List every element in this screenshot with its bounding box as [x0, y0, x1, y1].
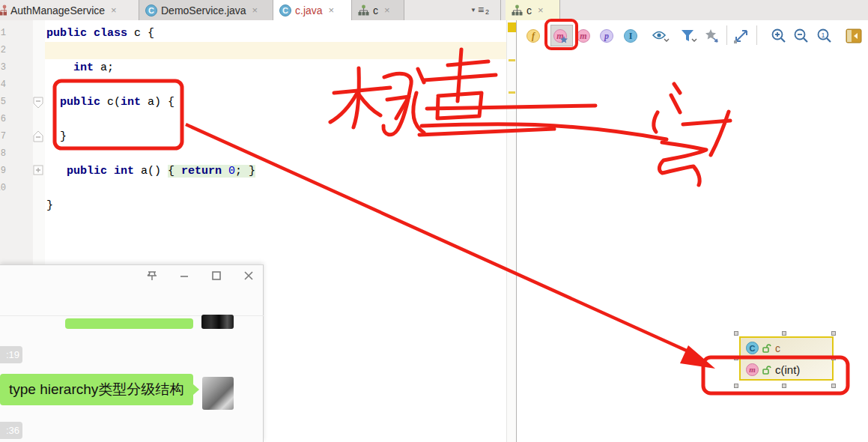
code-segment	[46, 165, 67, 178]
diagram-node-class-c[interactable]: C c m c(int)	[739, 336, 834, 381]
maximize-icon[interactable]	[209, 268, 224, 283]
code-segment: c(	[107, 96, 121, 109]
selection-handle[interactable]	[734, 384, 738, 388]
methods-icon[interactable]: m	[574, 27, 592, 45]
code-line[interactable]: public class c {	[46, 25, 154, 42]
avatar[interactable]	[201, 315, 234, 329]
close-icon[interactable]: ×	[384, 4, 390, 16]
tab-label: c.java	[295, 4, 323, 16]
actual-size-icon[interactable]: 1	[816, 27, 834, 45]
node-class-name: c	[775, 342, 780, 354]
node-class-row[interactable]: C c	[741, 338, 832, 359]
code-segment: c {	[134, 27, 154, 40]
tab-label: c	[526, 4, 532, 16]
line-number: 6	[0, 111, 6, 128]
layout-icon[interactable]	[702, 27, 720, 45]
code-segment: int	[121, 96, 141, 109]
code-segment: a) {	[141, 96, 174, 109]
hierarchy-diagram-panel[interactable]: f m m p I	[517, 20, 868, 442]
zoom-in-icon[interactable]	[770, 27, 788, 45]
public-unlock-icon	[762, 365, 771, 375]
tab-right-c[interactable]: c ×	[506, 0, 560, 20]
code-segment: public class	[46, 27, 134, 40]
hidden-tabs-dropdown[interactable]: ▼ ≡ 2	[470, 4, 489, 16]
node-member-name: c(int)	[775, 363, 800, 376]
code-line[interactable]: }	[46, 128, 67, 145]
class-icon: C	[279, 4, 291, 16]
pin-icon[interactable]	[145, 268, 160, 283]
scope-filter-icon[interactable]	[680, 27, 698, 45]
close-icon[interactable]: ×	[252, 4, 258, 16]
fold-collapse-end-icon[interactable]	[32, 130, 44, 142]
class-icon: C	[746, 342, 759, 354]
bubble-pointer	[193, 384, 199, 395]
code-line[interactable]: public c(int a) {	[46, 94, 174, 111]
visibility-icon[interactable]	[652, 27, 670, 45]
node-member-row[interactable]: m c(int)	[741, 359, 832, 380]
fold-collapse-icon[interactable]	[32, 97, 44, 109]
fold-expand-icon[interactable]	[32, 164, 44, 176]
hierarchy-icon	[512, 4, 523, 16]
selection-handle[interactable]	[831, 384, 836, 388]
code-line[interactable]: }	[46, 197, 53, 214]
constructors-icon[interactable]: m	[551, 27, 569, 45]
selection-handle[interactable]	[782, 384, 786, 388]
fields-icon[interactable]: f	[524, 27, 542, 45]
minimize-icon[interactable]	[177, 268, 192, 283]
line-number: 9	[0, 163, 6, 180]
close-icon[interactable]: ×	[538, 4, 544, 16]
chevron-down-icon: ▼	[470, 7, 476, 13]
tab-c-java[interactable]: C c.java ×	[273, 0, 352, 20]
star-overlay-icon	[560, 36, 568, 43]
line-number: 10	[0, 180, 6, 197]
hierarchy-icon	[0, 4, 7, 16]
ide-screen: AuthManageService × C DemoService.java ×…	[0, 0, 868, 442]
warning-marker[interactable]	[509, 91, 515, 94]
code-line[interactable]: public int a() { return 0; }	[46, 163, 255, 180]
chat-window[interactable]: :19 type hierarchy类型分级结构 :36	[0, 264, 264, 442]
close-icon[interactable]: ×	[111, 4, 117, 16]
chat-message-text: type hierarchy类型分级结构	[9, 380, 183, 399]
toolbar-separator	[756, 25, 757, 45]
selection-handle[interactable]	[734, 331, 738, 336]
properties-icon[interactable]: p	[598, 27, 616, 45]
tab-authmanageservice[interactable]: AuthManageService ×	[0, 0, 139, 20]
selection-handle[interactable]	[734, 356, 738, 360]
code-segment	[46, 96, 60, 109]
timestamp-badge: :19	[0, 346, 22, 363]
line-number: 7	[0, 128, 6, 145]
chat-message-bubble: type hierarchy类型分级结构	[0, 374, 193, 405]
code-segment: a;	[94, 61, 114, 74]
inner-classes-icon[interactable]: I	[622, 27, 640, 45]
line-number: 5	[0, 94, 6, 111]
tab-label: DemoService.java	[161, 4, 246, 16]
close-icon[interactable]	[241, 268, 256, 283]
zoom-out-icon[interactable]	[792, 27, 810, 45]
close-icon[interactable]: ×	[329, 4, 335, 16]
selection-handle[interactable]	[831, 356, 836, 360]
class-icon: C	[145, 4, 157, 16]
code-segment: return	[181, 165, 228, 178]
selection-handle[interactable]	[782, 331, 786, 336]
fit-content-icon[interactable]	[732, 27, 750, 45]
avatar[interactable]	[202, 377, 234, 410]
tab-c-hierarchy[interactable]: c ×	[352, 0, 404, 20]
method-icon: m	[746, 363, 759, 376]
code-segment	[46, 61, 73, 74]
code-line[interactable]: int a;	[46, 59, 114, 76]
minimap-icon[interactable]	[845, 27, 863, 45]
change-marker[interactable]	[508, 22, 516, 32]
tab-demoservice[interactable]: C DemoService.java ×	[139, 0, 273, 20]
line-number: 4	[0, 76, 6, 94]
code-segment: public int	[67, 165, 141, 178]
toolbar-separator	[726, 25, 727, 45]
selection-handle[interactable]	[831, 331, 836, 336]
caret-line-highlight	[0, 42, 516, 59]
warning-marker[interactable]	[509, 59, 515, 61]
public-unlock-icon	[762, 343, 771, 353]
code-segment: }	[46, 199, 53, 212]
hidden-tab-count: 2	[485, 8, 489, 16]
code-segment: 0	[228, 165, 235, 178]
error-stripe[interactable]	[506, 20, 516, 442]
timestamp-badge: :36	[0, 422, 22, 439]
